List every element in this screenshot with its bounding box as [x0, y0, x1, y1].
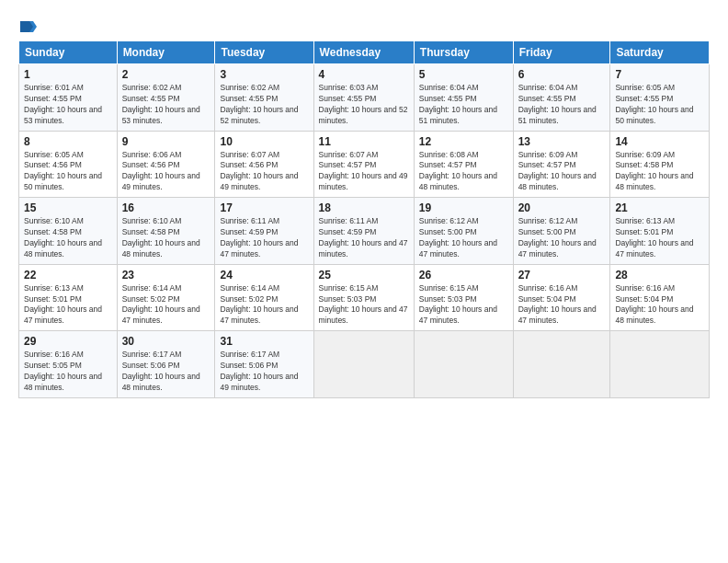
day-number: 14	[615, 135, 704, 148]
day-number: 26	[419, 269, 508, 282]
calendar-cell	[414, 331, 513, 398]
day-info: Sunrise: 6:09 AMSunset: 4:58 PMDaylight:…	[615, 150, 704, 194]
day-number: 5	[419, 68, 508, 81]
calendar-week-row: 22 Sunrise: 6:13 AMSunset: 5:01 PMDaylig…	[19, 264, 710, 331]
calendar-cell: 6 Sunrise: 6:04 AMSunset: 4:55 PMDayligh…	[513, 64, 610, 132]
calendar-cell: 20 Sunrise: 6:12 AMSunset: 5:00 PMDaylig…	[513, 198, 610, 265]
day-info: Sunrise: 6:07 AMSunset: 4:57 PMDaylight:…	[319, 150, 409, 194]
day-number: 21	[615, 201, 704, 214]
calendar-cell: 2 Sunrise: 6:02 AMSunset: 4:55 PMDayligh…	[117, 64, 215, 132]
day-info: Sunrise: 6:11 AMSunset: 4:59 PMDaylight:…	[220, 216, 308, 260]
day-number: 7	[615, 68, 704, 81]
day-number: 17	[220, 201, 308, 214]
day-number: 15	[24, 201, 112, 214]
calendar-cell: 7 Sunrise: 6:05 AMSunset: 4:55 PMDayligh…	[610, 64, 710, 132]
day-number: 30	[122, 335, 210, 348]
day-info: Sunrise: 6:15 AMSunset: 5:03 PMDaylight:…	[319, 283, 409, 327]
day-info: Sunrise: 6:10 AMSunset: 4:58 PMDaylight:…	[122, 216, 210, 260]
day-info: Sunrise: 6:09 AMSunset: 4:57 PMDaylight:…	[518, 150, 606, 194]
calendar-cell: 8 Sunrise: 6:05 AMSunset: 4:56 PMDayligh…	[19, 131, 118, 198]
day-number: 13	[518, 135, 606, 148]
calendar-cell	[513, 331, 610, 398]
calendar-header-sunday: Sunday	[19, 41, 118, 64]
day-info: Sunrise: 6:16 AMSunset: 5:05 PMDaylight:…	[24, 350, 112, 394]
page: SundayMondayTuesdayWednesdayThursdayFrid…	[0, 0, 728, 408]
calendar-cell: 5 Sunrise: 6:04 AMSunset: 4:55 PMDayligh…	[414, 64, 513, 132]
day-info: Sunrise: 6:12 AMSunset: 5:00 PMDaylight:…	[419, 216, 508, 260]
day-info: Sunrise: 6:10 AMSunset: 4:58 PMDaylight:…	[24, 216, 112, 260]
calendar-cell: 29 Sunrise: 6:16 AMSunset: 5:05 PMDaylig…	[19, 331, 118, 398]
logo	[18, 17, 39, 35]
day-info: Sunrise: 6:17 AMSunset: 5:06 PMDaylight:…	[122, 350, 210, 394]
day-info: Sunrise: 6:03 AMSunset: 4:55 PMDaylight:…	[319, 83, 409, 127]
day-info: Sunrise: 6:12 AMSunset: 5:00 PMDaylight:…	[518, 216, 606, 260]
calendar-cell: 11 Sunrise: 6:07 AMSunset: 4:57 PMDaylig…	[313, 131, 414, 198]
calendar-cell	[313, 331, 414, 398]
day-info: Sunrise: 6:07 AMSunset: 4:56 PMDaylight:…	[220, 150, 308, 194]
calendar-week-row: 29 Sunrise: 6:16 AMSunset: 5:05 PMDaylig…	[19, 331, 710, 398]
day-info: Sunrise: 6:06 AMSunset: 4:56 PMDaylight:…	[122, 150, 210, 194]
calendar-cell: 3 Sunrise: 6:02 AMSunset: 4:55 PMDayligh…	[215, 64, 313, 132]
logo-icon	[20, 18, 37, 35]
day-number: 20	[518, 201, 606, 214]
calendar-cell: 4 Sunrise: 6:03 AMSunset: 4:55 PMDayligh…	[313, 64, 414, 132]
calendar-cell: 23 Sunrise: 6:14 AMSunset: 5:02 PMDaylig…	[117, 264, 215, 331]
day-info: Sunrise: 6:02 AMSunset: 4:55 PMDaylight:…	[122, 83, 210, 127]
day-info: Sunrise: 6:08 AMSunset: 4:57 PMDaylight:…	[419, 150, 508, 194]
day-info: Sunrise: 6:05 AMSunset: 4:56 PMDaylight:…	[24, 150, 112, 194]
day-info: Sunrise: 6:04 AMSunset: 4:55 PMDaylight:…	[518, 83, 606, 127]
day-number: 18	[319, 201, 409, 214]
calendar-cell: 17 Sunrise: 6:11 AMSunset: 4:59 PMDaylig…	[215, 198, 313, 265]
calendar-cell: 25 Sunrise: 6:15 AMSunset: 5:03 PMDaylig…	[313, 264, 414, 331]
day-number: 3	[220, 68, 308, 81]
calendar-header-saturday: Saturday	[610, 41, 710, 64]
calendar-header-monday: Monday	[117, 41, 215, 64]
day-number: 31	[220, 335, 308, 348]
calendar-cell: 26 Sunrise: 6:15 AMSunset: 5:03 PMDaylig…	[414, 264, 513, 331]
day-number: 6	[518, 68, 606, 81]
day-number: 1	[24, 68, 112, 81]
day-number: 2	[122, 68, 210, 81]
calendar-cell: 27 Sunrise: 6:16 AMSunset: 5:04 PMDaylig…	[513, 264, 610, 331]
calendar-cell: 14 Sunrise: 6:09 AMSunset: 4:58 PMDaylig…	[610, 131, 710, 198]
day-info: Sunrise: 6:02 AMSunset: 4:55 PMDaylight:…	[220, 83, 308, 127]
day-info: Sunrise: 6:05 AMSunset: 4:55 PMDaylight:…	[615, 83, 704, 127]
day-number: 28	[615, 269, 704, 282]
calendar-cell: 18 Sunrise: 6:11 AMSunset: 4:59 PMDaylig…	[313, 198, 414, 265]
calendar-header-wednesday: Wednesday	[313, 41, 414, 64]
day-number: 12	[419, 135, 508, 148]
calendar-cell	[610, 331, 710, 398]
day-number: 4	[319, 68, 409, 81]
calendar-cell: 28 Sunrise: 6:16 AMSunset: 5:04 PMDaylig…	[610, 264, 710, 331]
calendar-cell: 24 Sunrise: 6:14 AMSunset: 5:02 PMDaylig…	[215, 264, 313, 331]
day-info: Sunrise: 6:16 AMSunset: 5:04 PMDaylight:…	[518, 283, 606, 327]
calendar-cell: 22 Sunrise: 6:13 AMSunset: 5:01 PMDaylig…	[19, 264, 118, 331]
day-number: 29	[24, 335, 112, 348]
day-number: 8	[24, 135, 112, 148]
day-number: 10	[220, 135, 308, 148]
day-info: Sunrise: 6:17 AMSunset: 5:06 PMDaylight:…	[220, 350, 308, 394]
day-info: Sunrise: 6:04 AMSunset: 4:55 PMDaylight:…	[419, 83, 508, 127]
calendar-header-tuesday: Tuesday	[215, 41, 313, 64]
day-number: 16	[122, 201, 210, 214]
day-number: 24	[220, 269, 308, 282]
calendar-week-row: 8 Sunrise: 6:05 AMSunset: 4:56 PMDayligh…	[19, 131, 710, 198]
day-info: Sunrise: 6:14 AMSunset: 5:02 PMDaylight:…	[220, 283, 308, 327]
calendar-cell: 31 Sunrise: 6:17 AMSunset: 5:06 PMDaylig…	[215, 331, 313, 398]
day-number: 11	[319, 135, 409, 148]
calendar-table: SundayMondayTuesdayWednesdayThursdayFrid…	[18, 40, 710, 398]
day-info: Sunrise: 6:01 AMSunset: 4:55 PMDaylight:…	[24, 83, 112, 127]
calendar-header-thursday: Thursday	[414, 41, 513, 64]
day-info: Sunrise: 6:16 AMSunset: 5:04 PMDaylight:…	[615, 283, 704, 327]
day-info: Sunrise: 6:11 AMSunset: 4:59 PMDaylight:…	[319, 216, 409, 260]
day-number: 27	[518, 269, 606, 282]
calendar-cell: 21 Sunrise: 6:13 AMSunset: 5:01 PMDaylig…	[610, 198, 710, 265]
calendar-cell: 30 Sunrise: 6:17 AMSunset: 5:06 PMDaylig…	[117, 331, 215, 398]
calendar-header-row: SundayMondayTuesdayWednesdayThursdayFrid…	[19, 41, 710, 64]
day-info: Sunrise: 6:15 AMSunset: 5:03 PMDaylight:…	[419, 283, 508, 327]
calendar-week-row: 15 Sunrise: 6:10 AMSunset: 4:58 PMDaylig…	[19, 198, 710, 265]
calendar-cell: 15 Sunrise: 6:10 AMSunset: 4:58 PMDaylig…	[19, 198, 118, 265]
day-info: Sunrise: 6:13 AMSunset: 5:01 PMDaylight:…	[615, 216, 704, 260]
calendar-cell: 10 Sunrise: 6:07 AMSunset: 4:56 PMDaylig…	[215, 131, 313, 198]
calendar-cell: 13 Sunrise: 6:09 AMSunset: 4:57 PMDaylig…	[513, 131, 610, 198]
